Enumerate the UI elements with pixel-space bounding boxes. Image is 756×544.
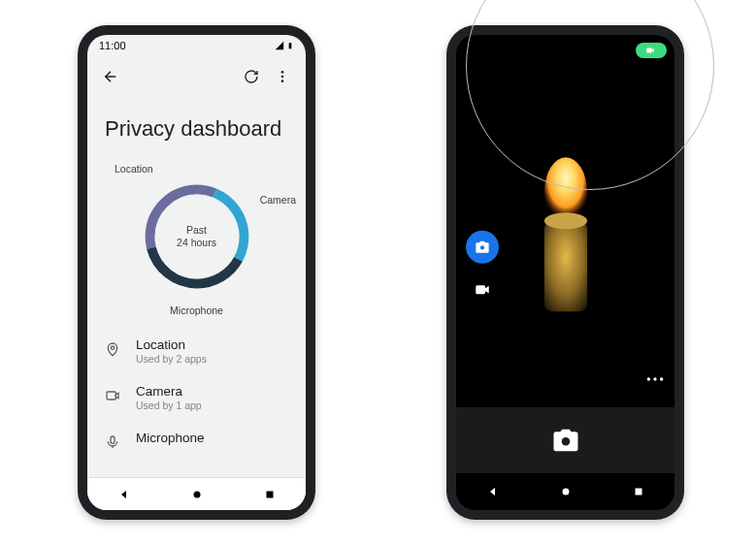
svg-point-21: [562, 489, 569, 496]
svg-rect-13: [543, 220, 586, 310]
svg-rect-8: [111, 436, 115, 443]
overflow-button[interactable]: [269, 63, 296, 90]
nav-recents-button[interactable]: [250, 478, 289, 510]
svg-point-18: [653, 377, 656, 380]
usage-donut: Past 24 hours Location Camera Microphone: [87, 149, 306, 324]
square-recents-icon: [264, 489, 276, 500]
svg-point-1: [281, 76, 284, 79]
donut-label-location: Location: [115, 163, 153, 175]
nav-home-button[interactable]: [178, 478, 216, 510]
arrow-back-icon: [102, 68, 119, 85]
permission-title: Microphone: [136, 431, 205, 445]
donut-label-microphone: Microphone: [170, 304, 223, 316]
permission-row-camera[interactable]: Camera Used by 1 app: [103, 384, 290, 411]
system-nav-bar: [87, 477, 306, 510]
status-bar: 11:00: [87, 35, 306, 56]
system-nav-bar: [456, 473, 674, 510]
battery-icon: [286, 40, 294, 51]
app-bar: [87, 56, 306, 97]
refresh-icon: [244, 69, 259, 84]
nav-recents-button[interactable]: [619, 473, 658, 510]
square-recents-icon: [633, 486, 644, 497]
svg-point-17: [647, 377, 650, 380]
camera-icon: [475, 240, 490, 255]
mode-video-button[interactable]: [472, 279, 493, 301]
svg-rect-16: [476, 285, 485, 294]
circle-home-icon: [191, 489, 203, 500]
signal-icon: [275, 41, 284, 50]
page-title: Privacy dashboard: [105, 116, 288, 142]
screen-camera: [456, 35, 674, 510]
permission-row-microphone[interactable]: Microphone: [103, 431, 290, 452]
svg-rect-11: [646, 48, 651, 53]
camera-icon: [103, 386, 122, 405]
svg-rect-7: [107, 392, 115, 400]
more-horiz-icon: [645, 376, 665, 382]
shutter-bar: [456, 407, 674, 473]
page-title-block: Privacy dashboard: [87, 97, 306, 149]
back-button[interactable]: [97, 63, 124, 90]
svg-point-0: [281, 71, 284, 74]
svg-rect-10: [266, 491, 273, 497]
status-clock: 11:00: [99, 40, 126, 51]
svg-point-14: [543, 212, 586, 229]
screen-privacy: 11:00: [87, 35, 306, 510]
triangle-back-icon: [118, 489, 130, 500]
nav-back-button[interactable]: [105, 478, 144, 510]
svg-rect-22: [635, 489, 641, 496]
nav-home-button[interactable]: [546, 473, 585, 510]
triangle-back-icon: [487, 486, 499, 497]
svg-point-20: [561, 437, 570, 446]
videocam-icon: [474, 281, 491, 299]
phone-privacy: 11:00: [78, 25, 315, 520]
svg-point-15: [480, 245, 484, 249]
svg-point-2: [281, 80, 284, 82]
privacy-indicator[interactable]: [636, 43, 667, 58]
permission-list: Location Used by 2 apps Camera Used by 1…: [87, 324, 306, 452]
svg-point-9: [193, 491, 200, 497]
camera-mode-rail: [466, 231, 499, 301]
shutter-button[interactable]: [545, 420, 586, 461]
phone-camera: [446, 25, 684, 520]
permission-row-location[interactable]: Location Used by 2 apps: [103, 337, 290, 365]
refresh-button[interactable]: [238, 63, 265, 90]
circle-home-icon: [560, 486, 572, 497]
permission-subtitle: Used by 1 app: [136, 400, 202, 411]
svg-point-6: [111, 346, 114, 349]
camera-active-icon: [643, 46, 657, 55]
mode-photo-button[interactable]: [466, 231, 499, 264]
candle-preview-icon: [522, 154, 609, 319]
svg-point-19: [660, 377, 663, 380]
more-vert-icon: [275, 69, 290, 84]
status-icons: [275, 40, 294, 51]
camera-more-button[interactable]: [645, 368, 665, 386]
camera-icon: [551, 426, 580, 455]
permission-subtitle: Used by 2 apps: [136, 353, 207, 365]
donut-label-camera: Camera: [260, 194, 296, 206]
permission-title: Camera: [136, 384, 202, 399]
pin-icon: [103, 339, 122, 359]
nav-back-button[interactable]: [474, 473, 512, 510]
permission-title: Location: [136, 337, 207, 352]
mic-icon: [103, 432, 122, 452]
